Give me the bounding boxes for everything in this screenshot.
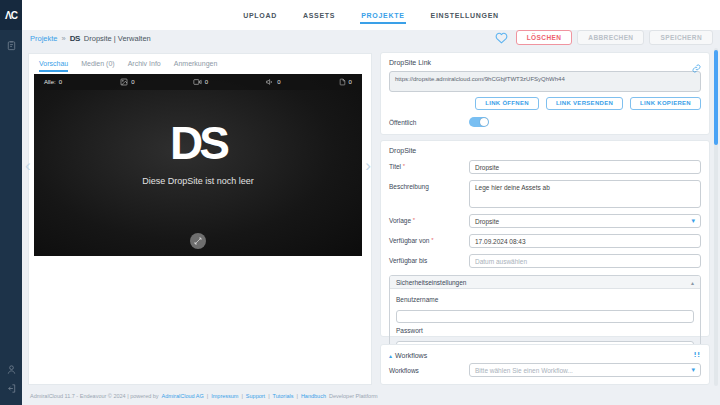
link-section-title: DropSite Link — [389, 59, 701, 66]
count-audio: 0 — [266, 78, 280, 87]
verfuegbar-von-row: Verfügbar von * — [389, 234, 701, 248]
tab-anmerkungen[interactable]: Anmerkungen — [174, 60, 218, 72]
footer-developer-link[interactable]: Developer Plattform — [329, 393, 378, 399]
footer-support-link[interactable]: Support — [246, 393, 265, 399]
verfuegbar-bis-input[interactable] — [469, 254, 701, 268]
titel-input[interactable] — [469, 160, 701, 174]
footer-separator: | — [241, 393, 242, 399]
send-link-button[interactable]: LINK VERSENDEN — [546, 97, 623, 110]
footer-tutorials-link[interactable]: Tutorials — [273, 393, 294, 399]
dropsite-preview: Alle: 0 0 0 0 0 DS Diese DropSite ist no… — [34, 74, 362, 256]
copy-link-button[interactable]: LINK KOPIEREN — [630, 97, 701, 110]
footer-company-link[interactable]: AdmiralCloud AG — [162, 393, 204, 399]
tab-bar: Vorschau Medien (0) Archiv Info Anmerkun… — [29, 54, 371, 72]
dropsite-url-field[interactable]: https://dropsite.admiralcloud.com/9hCGbj… — [389, 71, 701, 92]
left-sidebar: ΛC — [0, 0, 22, 405]
vorlage-row: Vorlage * Dropsite ▾ — [389, 214, 701, 228]
verfuegbar-bis-label: Verfügbar bis — [389, 254, 469, 264]
required-mark: * — [431, 237, 433, 243]
workflow-placeholder: Bitte wählen Sie einen Workflow... — [475, 367, 573, 374]
nav-item-assets[interactable]: ASSETS — [302, 7, 336, 24]
beschreibung-row: Beschreibung Lege hier deine Assets ab — [389, 180, 701, 208]
tab-vorschau[interactable]: Vorschau — [39, 60, 68, 72]
beschreibung-label: Beschreibung — [389, 180, 469, 190]
form-section-title: DropSite — [389, 147, 701, 154]
tab-archiv-info[interactable]: Archiv Info — [128, 60, 161, 72]
cancel-button[interactable]: ABBRECHEN — [577, 30, 644, 45]
count-images: 0 — [120, 78, 134, 87]
breadcrumb-current: Dropsite | Verwalten — [84, 34, 151, 43]
required-mark: * — [403, 163, 405, 169]
footer-impressum-link[interactable]: Impressum — [211, 393, 238, 399]
verfuegbar-bis-row: Verfügbar bis — [389, 254, 701, 268]
chevron-up-icon: ▴ — [389, 352, 392, 359]
dropsite-ds-logo: DS — [34, 120, 362, 166]
footer-separator: | — [296, 393, 297, 399]
nav-item-einstellungen[interactable]: EINSTELLUNGEN — [430, 7, 500, 24]
security-settings-title: Sicherheitseinstellungen — [396, 279, 466, 286]
required-mark: * — [413, 217, 415, 223]
link-icon[interactable] — [692, 59, 701, 77]
audio-icon — [266, 78, 274, 87]
count-images-value: 0 — [131, 79, 134, 85]
count-documents-value: 0 — [349, 79, 352, 85]
workflows-card: ▴ Workflows ⁞⁞ Workflows Bitte wählen Si… — [380, 344, 710, 385]
verfuegbar-von-input[interactable] — [469, 234, 701, 248]
dropsite-form-card: DropSite Titel * Beschreibung Lege hier … — [380, 140, 710, 337]
titel-row: Titel * — [389, 160, 701, 174]
document-icon — [339, 78, 346, 87]
drag-handle-icon[interactable]: ⁞⁞ — [694, 351, 701, 359]
app-logo[interactable]: ΛC — [0, 0, 22, 30]
save-button[interactable]: SPEICHERN — [649, 30, 713, 45]
breadcrumb-projekte-link[interactable]: Projekte — [30, 34, 58, 43]
count-documents: 0 — [339, 78, 352, 87]
action-bar: LÖSCHEN ABBRECHEN SPEICHERN — [495, 30, 713, 45]
workflows-collapse-toggle[interactable]: ▴ Workflows — [389, 352, 427, 359]
workflows-title: Workflows — [395, 352, 427, 359]
nav-item-upload[interactable]: UPLOAD — [242, 7, 278, 24]
breadcrumb-separator: » — [62, 34, 66, 43]
public-row: Öffentlich — [389, 117, 701, 127]
passwort-label: Passwort — [396, 327, 694, 334]
logout-icon[interactable] — [0, 383, 22, 394]
toggle-knob — [480, 118, 488, 126]
count-all-label: Alle: — [44, 79, 56, 85]
public-toggle[interactable] — [469, 117, 489, 127]
footer-separator: | — [268, 393, 269, 399]
chevron-left-icon[interactable]: ‹ — [25, 157, 31, 174]
workflows-header: ▴ Workflows ⁞⁞ — [389, 351, 701, 359]
security-settings-header[interactable]: Sicherheitseinstellungen ▴ — [390, 276, 700, 289]
count-audio-value: 0 — [277, 79, 280, 85]
clipboard-icon[interactable] — [0, 40, 22, 51]
favorite-heart-icon[interactable] — [495, 32, 508, 44]
vorlage-selected-value: Dropsite — [475, 218, 499, 225]
vorlage-label: Vorlage * — [389, 214, 469, 224]
count-all-value: 0 — [59, 79, 62, 85]
benutzername-input[interactable] — [396, 310, 694, 323]
open-link-button[interactable]: LINK ÖFFNEN — [475, 97, 539, 110]
right-scrollbar-track[interactable] — [714, 48, 718, 386]
workflow-select[interactable]: Bitte wählen Sie einen Workflow... ▾ — [469, 363, 701, 377]
vorlage-select[interactable]: Dropsite ▾ — [469, 214, 701, 228]
empty-state-message: Diese DropSite ist noch leer — [34, 176, 362, 186]
chevron-down-icon: ▾ — [691, 366, 695, 374]
expand-fullscreen-button[interactable] — [190, 233, 206, 249]
chevron-right-icon[interactable]: › — [365, 157, 371, 174]
delete-button[interactable]: LÖSCHEN — [516, 30, 573, 45]
footer-separator: | — [207, 393, 208, 399]
footer-handbuch-link[interactable]: Handbuch — [301, 393, 326, 399]
user-icon[interactable] — [0, 364, 22, 375]
beschreibung-textarea[interactable]: Lege hier deine Assets ab — [469, 180, 701, 208]
image-icon — [120, 78, 128, 87]
dropsite-link-card: DropSite Link https://dropsite.admiralcl… — [380, 52, 710, 135]
preview-count-bar: Alle: 0 0 0 0 0 — [34, 74, 362, 90]
chevron-up-icon: ▴ — [691, 279, 694, 286]
link-button-row: LINK ÖFFNEN LINK VERSENDEN LINK KOPIEREN — [389, 97, 701, 110]
verfuegbar-von-label: Verfügbar von * — [389, 234, 469, 244]
nav-item-projekte[interactable]: PROJEKTE — [360, 7, 405, 24]
count-videos: 0 — [193, 78, 208, 87]
titel-label: Titel * — [389, 160, 469, 170]
tab-medien[interactable]: Medien (0) — [81, 60, 114, 72]
scrollbar-thumb[interactable] — [714, 50, 718, 145]
dropsite-logo-badge: DS — [70, 34, 80, 43]
